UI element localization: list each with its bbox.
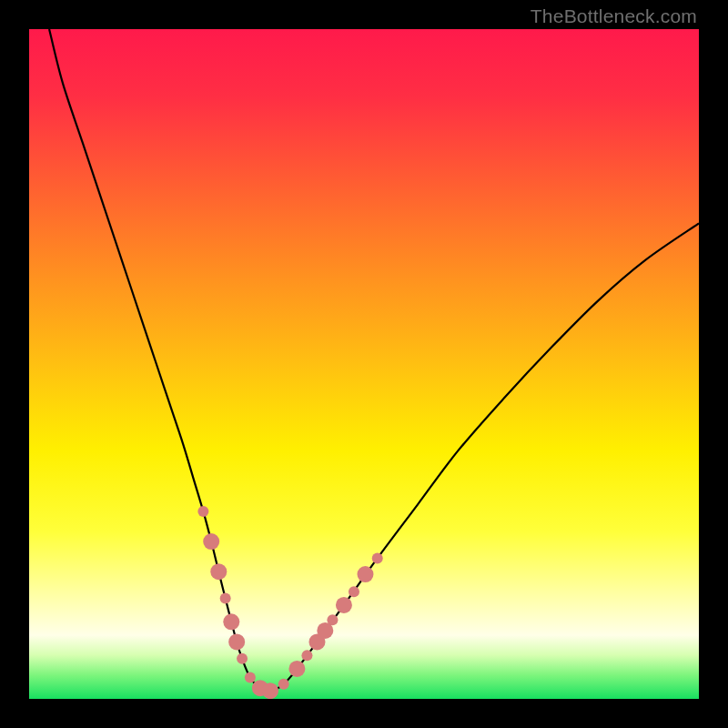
highlight-dot: [203, 533, 219, 550]
highlight-dot: [336, 597, 352, 613]
highlight-dot: [288, 661, 305, 677]
highlight-dot: [210, 563, 227, 580]
highlight-dot: [262, 682, 278, 699]
highlight-dot: [349, 586, 359, 597]
highlight-dot: [278, 679, 289, 690]
highlight-dot: [372, 552, 383, 563]
highlight-dot: [223, 613, 239, 630]
highlight-dot: [327, 614, 338, 625]
curve-layer: [29, 29, 699, 699]
highlight-dot: [245, 672, 256, 682]
highlight-dot: [197, 506, 208, 517]
highlight-dot: [237, 653, 248, 664]
highlight-dot: [357, 566, 373, 582]
highlight-dots: [197, 506, 382, 699]
chart-frame: TheBottleneck.com: [0, 0, 728, 728]
highlight-dot: [228, 633, 245, 650]
plot-area: [29, 29, 699, 699]
highlight-dot: [220, 593, 231, 604]
watermark-text: TheBottleneck.com: [531, 5, 697, 27]
bottleneck-curve: [49, 29, 699, 691]
highlight-dot: [301, 650, 312, 661]
